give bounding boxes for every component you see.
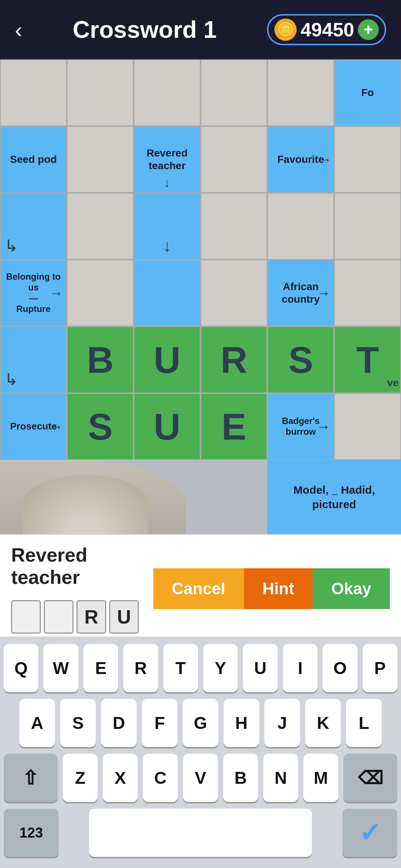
cell-3-4[interactable]: African country →	[267, 260, 334, 326]
cell-4-3[interactable]: R	[200, 326, 267, 393]
answer-box-1[interactable]	[11, 600, 41, 634]
key-M[interactable]: M	[303, 754, 338, 802]
letter-S: S	[288, 341, 313, 378]
cell-1-4[interactable]: Favourite	[267, 126, 334, 193]
clue-action-buttons: Cancel Hint Okay	[153, 568, 390, 609]
model-clue-cell[interactable]: Model, _ Hadid, pictured	[267, 460, 401, 534]
cell-1-0[interactable]: Seed pod	[0, 126, 67, 193]
key-X[interactable]: X	[103, 754, 138, 802]
key-L[interactable]: L	[346, 699, 382, 747]
letter-B: B	[87, 341, 114, 378]
key-V[interactable]: V	[183, 754, 218, 802]
shift-key[interactable]: ⇧	[4, 754, 58, 802]
key-R[interactable]: R	[123, 644, 158, 692]
cell-5-1[interactable]: S	[67, 393, 134, 460]
letter-S2: S	[88, 408, 113, 445]
keyboard-row-4: 123 ✓	[4, 809, 397, 857]
key-U[interactable]: U	[243, 644, 277, 692]
cell-2-3	[200, 193, 267, 260]
key-O[interactable]: O	[323, 644, 357, 692]
key-Y[interactable]: Y	[203, 644, 238, 692]
key-I[interactable]: I	[283, 644, 317, 692]
cell-4-4[interactable]: S	[267, 326, 334, 393]
hair-shape	[22, 475, 149, 534]
keyboard-row-3: ⇧ Z X C V B N M ⌫	[4, 754, 397, 802]
answer-box-3[interactable]: R	[76, 600, 106, 634]
key-H[interactable]: H	[224, 699, 259, 747]
cell-1-1	[67, 126, 134, 193]
answer-boxes: R U	[11, 600, 146, 634]
answer-box-4[interactable]: U	[109, 600, 139, 634]
checkmark-icon: ✓	[359, 818, 381, 848]
hint-button[interactable]: Hint	[244, 568, 313, 609]
key-S[interactable]: S	[60, 699, 96, 747]
header: ‹ Crossword 1 🪙 49450 +	[0, 0, 401, 59]
cell-3-0[interactable]: Belonging to us—Rupture →	[0, 260, 67, 326]
cell-1-3	[200, 126, 267, 193]
cell-1-2[interactable]: Revered teacher	[134, 126, 200, 193]
clue-text: Fo	[359, 84, 376, 101]
cell-1-5	[334, 126, 401, 193]
key-123[interactable]: 123	[4, 809, 59, 857]
key-D[interactable]: D	[101, 699, 137, 747]
key-B[interactable]: B	[223, 754, 258, 802]
cell-4-1[interactable]: B	[67, 326, 134, 393]
key-J[interactable]: J	[264, 699, 300, 747]
done-key[interactable]: ✓	[342, 809, 397, 857]
coin-amount: 49450	[300, 19, 354, 41]
letter-U2: U	[154, 408, 180, 445]
cell-0-0	[0, 59, 67, 126]
key-W[interactable]: W	[43, 644, 78, 692]
key-G[interactable]: G	[183, 699, 218, 747]
cell-4-5[interactable]: T ve	[334, 326, 401, 393]
key-C[interactable]: C	[143, 754, 178, 802]
key-K[interactable]: K	[305, 699, 341, 747]
cell-4-2[interactable]: U	[134, 326, 200, 393]
cell-0-2	[134, 59, 200, 126]
letter-T: T	[356, 341, 379, 378]
cell-3-1	[67, 260, 134, 326]
cell-3-3	[200, 260, 267, 326]
cell-3-2[interactable]	[134, 260, 200, 326]
space-key[interactable]	[89, 809, 312, 857]
cell-5-2[interactable]: U	[134, 393, 200, 460]
key-Z[interactable]: Z	[63, 754, 98, 802]
key-E[interactable]: E	[84, 644, 118, 692]
cell-3-5	[334, 260, 401, 326]
keyboard-row-2: A S D F G H J K L	[4, 699, 397, 747]
back-button[interactable]: ‹	[15, 17, 22, 43]
key-Q[interactable]: Q	[4, 644, 38, 692]
key-P[interactable]: P	[363, 644, 397, 692]
coin-icon: 🪙	[274, 19, 297, 41]
clue-revered-teacher: Revered teacher	[134, 145, 200, 174]
clue-favourite: Favourite	[275, 151, 326, 168]
okay-button[interactable]: Okay	[313, 568, 390, 609]
cell-4-0[interactable]: ↳	[0, 326, 67, 393]
active-clue-text: Revered teacher	[11, 544, 146, 588]
answer-box-2[interactable]	[44, 600, 74, 634]
key-N[interactable]: N	[263, 754, 298, 802]
keyboard: Q W E R T Y U I O P A S D F G H J K L ⇧ …	[0, 637, 401, 868]
cell-5-0[interactable]: Prosecute →	[0, 393, 67, 460]
clue-seed-pod: Seed pod	[8, 151, 59, 168]
cell-0-5[interactable]: Fo	[334, 59, 401, 126]
cell-0-1	[67, 59, 134, 126]
add-coins-button[interactable]: +	[358, 19, 379, 40]
backspace-key[interactable]: ⌫	[343, 754, 397, 802]
key-A[interactable]: A	[19, 699, 55, 747]
cell-5-4[interactable]: Badger's burrow →	[267, 393, 334, 460]
cell-2-4	[267, 193, 334, 260]
cell-0-4	[267, 59, 334, 126]
cancel-button[interactable]: Cancel	[153, 568, 244, 609]
keyboard-row-1: Q W E R T Y U I O P	[4, 644, 397, 692]
crossword-grid: Fo Seed pod Revered teacher Favourite ↳ …	[0, 59, 401, 460]
cell-2-2[interactable]: ↓	[134, 193, 200, 260]
coin-badge: 🪙 49450 +	[267, 14, 386, 45]
photo-area: Model, _ Hadid, pictured	[0, 460, 401, 534]
key-F[interactable]: F	[142, 699, 177, 747]
key-T[interactable]: T	[163, 644, 198, 692]
clue-bar: Revered teacher R U Cancel Hint Okay	[0, 534, 401, 642]
cell-2-0[interactable]: ↳	[0, 193, 67, 260]
letter-R: R	[221, 341, 247, 378]
cell-5-3[interactable]: E	[200, 393, 267, 460]
